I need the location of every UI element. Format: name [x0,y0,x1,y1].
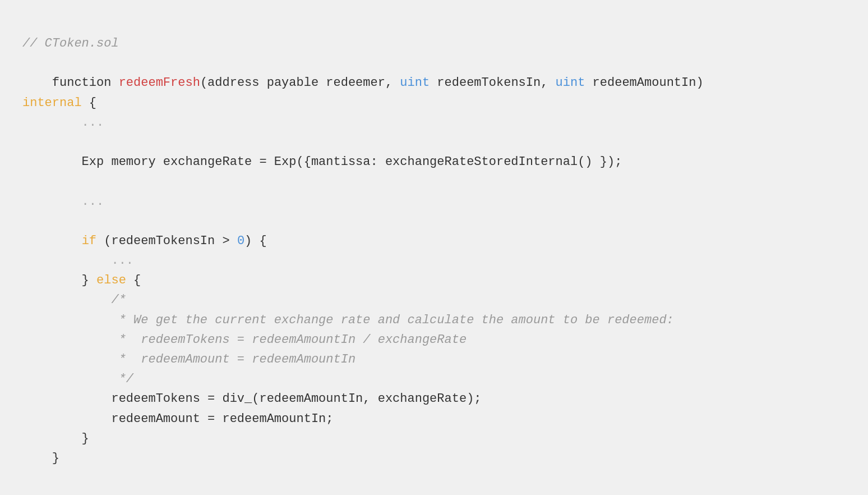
line-exchange-rate: Exp memory exchangeRate = Exp({mantissa:… [22,152,846,172]
code-token: internal [22,96,82,110]
code-token: redeemTokensIn, [430,76,555,90]
line-if-ellipsis: ... [22,251,846,271]
line-if: if (redeemTokensIn > 0) { [22,231,846,251]
line-else: } else { [22,271,846,290]
code-token: ... [22,254,133,268]
line-block-comment-3: * redeemAmount = redeemAmountIn [22,350,846,369]
line-block-comment-start: /* [22,290,846,310]
line-close-else: } [22,429,846,448]
code-token: redeemAmount = redeemAmountIn; [22,412,334,426]
code-token: ... [22,195,104,209]
code-token: */ [22,372,133,386]
line-block-comment-1: * We get the current exchange rate and c… [22,310,846,330]
line-close-func: } [22,448,846,468]
code-token: (address payable redeemer, [200,76,400,90]
code-token [22,234,82,248]
line-blank-3 [22,172,846,191]
code-token: function [22,76,119,90]
code-token: } [22,451,59,465]
line-ellipsis-3: ... [22,488,846,495]
line-ellipsis-1: ... [22,113,846,132]
code-token: { [126,273,141,287]
line-block-comment-end: */ [22,369,846,389]
code-token: } [22,273,96,287]
line-redeem-tokens: redeemTokens = div_(redeemAmountIn, exch… [22,389,846,409]
code-token: /* [22,293,126,307]
code-token: redeemTokens = div_(redeemAmountIn, exch… [22,392,482,406]
line-blank-2 [22,132,846,152]
code-token: // CToken.sol [22,36,119,51]
code-token: ... [22,116,104,130]
code-token: else [96,273,126,287]
code-token: Exp memory exchangeRate = Exp({mantissa:… [22,155,622,169]
line-comment-file: // CToken.sol [22,34,846,53]
code-token: } [22,432,89,446]
code-token: uint [400,76,430,90]
code-token: redeemFresh [119,76,200,90]
line-ellipsis-2: ... [22,192,846,212]
code-token: { [82,96,96,110]
code-token: if [82,234,96,248]
code-token: uint [556,76,585,90]
code-token: 0 [237,234,244,248]
code-token: redeemAmountIn) [585,76,703,90]
code-token: * We get the current exchange rate and c… [22,313,674,327]
line-redeem-amount: redeemAmount = redeemAmountIn; [22,409,846,429]
line-internal: internal { [22,93,846,113]
line-function-sig: function redeemFresh(address payable red… [22,73,846,93]
code-token: ... [22,491,74,495]
line-block-comment-2: * redeemTokens = redeemAmountIn / exchan… [22,330,846,350]
code-token: * redeemAmount = redeemAmountIn [22,352,355,366]
code-token: (redeemTokensIn > [96,234,237,248]
code-token: ) { [244,234,267,248]
code-token: * redeemTokens = redeemAmountIn / exchan… [22,333,467,347]
line-blank-5 [22,468,846,488]
line-blank-4 [22,212,846,231]
line-blank-1 [22,53,846,73]
code-viewer: // CToken.sol function redeemFresh(addre… [17,22,851,495]
